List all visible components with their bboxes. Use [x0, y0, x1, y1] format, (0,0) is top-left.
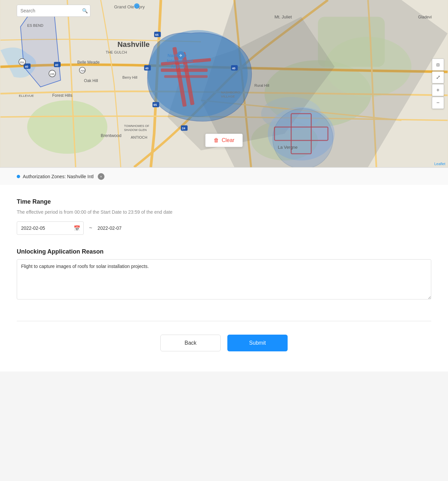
svg-text:Gladevi: Gladevi [418, 15, 432, 19]
svg-rect-13 [161, 69, 208, 72]
start-date-wrapper: 📅 [17, 221, 84, 235]
map-legend: Authorization Zones: Nashville Intl × [0, 167, 448, 185]
svg-text:40: 40 [232, 67, 235, 70]
svg-text:Forest Hills: Forest Hills [52, 93, 72, 98]
svg-text:NASHBORO: NASHBORO [221, 90, 240, 94]
svg-text:Grand Ole Opry: Grand Ole Opry [114, 4, 145, 9]
zoom-in-button[interactable]: + [432, 84, 444, 96]
svg-text:Rural Hill: Rural Hill [254, 83, 270, 87]
svg-point-1 [27, 100, 107, 154]
svg-text:SHADOW GLEN: SHADOW GLEN [124, 128, 147, 132]
map-section: Nashville Nashville International Airpor… [0, 0, 448, 167]
svg-text:✈: ✈ [179, 53, 182, 58]
map-search-bar: 🔍 [17, 5, 90, 17]
svg-point-18 [273, 109, 333, 167]
search-icon: 🔍 [82, 8, 88, 13]
start-date-input[interactable] [17, 221, 84, 235]
map-search-input[interactable] [17, 5, 90, 17]
svg-text:Nashville: Nashville [118, 40, 150, 49]
svg-text:251: 251 [20, 61, 24, 64]
svg-text:THE GULCH: THE GULCH [106, 50, 127, 54]
date-separator: ~ [89, 225, 92, 231]
time-range-title: Time Range [17, 198, 431, 205]
svg-text:65: 65 [155, 33, 158, 37]
submit-button[interactable]: Submit [227, 335, 288, 351]
svg-text:TOWNHOMES OF: TOWNHOMES OF [124, 124, 150, 128]
svg-text:40: 40 [55, 63, 58, 67]
svg-text:ELLEVUE: ELLEVUE [19, 94, 34, 97]
svg-text:ES BEND: ES BEND [27, 23, 43, 27]
svg-text:Oak Hill: Oak Hill [84, 78, 98, 83]
zoom-in-icon: + [436, 87, 439, 93]
map-attribution: Leaflet [434, 162, 445, 166]
zoom-out-button[interactable]: − [432, 97, 444, 109]
zoom-out-icon: − [436, 100, 439, 106]
reason-textarea[interactable]: Flight to capture images of roofs for so… [17, 259, 431, 299]
page-container: Nashville Nashville International Airpor… [0, 0, 448, 371]
legend-close-button[interactable]: × [98, 173, 104, 180]
svg-text:Berry Hill: Berry Hill [123, 75, 138, 79]
time-range-section: Time Range The effective period is from … [17, 198, 431, 235]
footer: Back Submit [0, 321, 448, 371]
layers-icon: ⧈ [436, 62, 440, 68]
svg-text:70S: 70S [80, 69, 85, 72]
svg-text:ANTIOCH: ANTIOCH [131, 135, 147, 139]
time-range-description: The effective period is from 00:00 of th… [17, 209, 431, 215]
reason-section: Unlocking Application Reason Flight to c… [17, 248, 431, 301]
reason-title: Unlocking Application Reason [17, 248, 431, 255]
svg-text:Airport: Airport [171, 64, 185, 69]
svg-text:VILLAGE: VILLAGE [221, 94, 235, 98]
layers-button[interactable]: ⧈ [432, 59, 444, 71]
svg-text:40: 40 [25, 65, 28, 68]
svg-text:24: 24 [182, 127, 185, 130]
svg-text:65: 65 [153, 103, 157, 107]
map-controls: ⧈ ⤢ + − [432, 59, 444, 109]
end-date-display: 2022-02-07 [97, 225, 122, 231]
svg-rect-14 [164, 75, 208, 78]
clear-label: Clear [222, 137, 234, 143]
fullscreen-icon: ⤢ [436, 74, 440, 80]
svg-text:La Vergne: La Vergne [278, 145, 298, 150]
clear-button[interactable]: 🗑 Clear [205, 134, 243, 147]
legend-text: Authorization Zones: Nashville Intl [23, 174, 94, 179]
back-button[interactable]: Back [160, 335, 221, 351]
form-section: Time Range The effective period is from … [0, 185, 448, 301]
svg-text:Brentwood: Brentwood [101, 133, 122, 138]
svg-text:40: 40 [145, 67, 148, 70]
svg-text:Belle Meade: Belle Meade [77, 60, 100, 65]
fullscreen-button[interactable]: ⤢ [432, 71, 444, 83]
svg-point-28 [134, 3, 140, 9]
svg-text:155: 155 [50, 73, 55, 76]
svg-text:Mt. Juliet: Mt. Juliet [275, 14, 292, 19]
trash-icon: 🗑 [214, 137, 219, 143]
date-range-picker: 📅 ~ 2022-02-07 [17, 221, 431, 235]
legend-dot [17, 175, 20, 178]
